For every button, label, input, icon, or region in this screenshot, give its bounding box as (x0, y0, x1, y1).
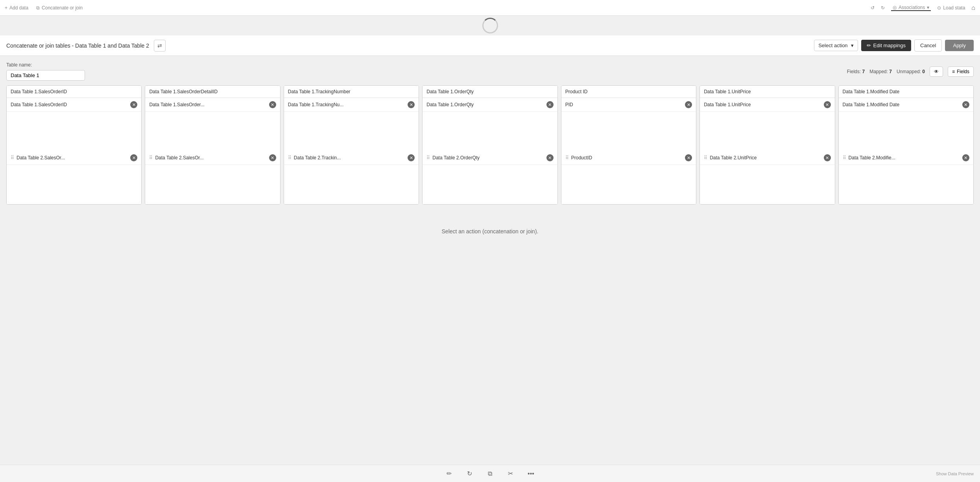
column-row1: PID ✕ (561, 98, 696, 112)
fields-button[interactable]: ≡ Fields (948, 66, 974, 77)
header-right: Select action ▾ ✏ Edit mappings Cancel A… (814, 39, 974, 52)
column-body-top (145, 112, 280, 151)
column-row1: Data Table 1.UnitPrice ✕ (700, 98, 834, 112)
column-row1: Data Table 1.TrackingNu... ✕ (284, 98, 419, 112)
table-name-section: Table name: (6, 62, 85, 81)
column-row1-text: Data Table 1.Modified Date (843, 102, 961, 107)
select-action-dropdown[interactable]: Select action ▾ (814, 40, 858, 51)
column-row2: ⠿ Data Table 2.SalesOr... ✕ (7, 151, 141, 165)
remove-row1-button[interactable]: ✕ (824, 101, 831, 108)
column-body-top (700, 112, 834, 151)
load-stata-button[interactable]: ⊙ Load stata (937, 5, 965, 11)
chevron-down-icon: ▾ (927, 5, 929, 10)
table-name-row: Table name: Fields: 7 Mapped: 7 Unmapped… (6, 62, 974, 81)
add-data-button[interactable]: + Add data (5, 5, 28, 11)
column-card: Data Table 1.TrackingNumber Data Table 1… (284, 85, 419, 205)
list-icon: ≡ (952, 69, 955, 74)
remove-row1-button[interactable]: ✕ (408, 101, 415, 108)
column-row2-text: Data Table 2.OrderQty (432, 155, 544, 161)
column-card: Data Table 1.Modified Date Data Table 1.… (838, 85, 974, 205)
column-card: Data Table 1.SalesOrderID Data Table 1.S… (6, 85, 142, 205)
column-header: Data Table 1.UnitPrice (700, 86, 834, 98)
column-body-top (7, 112, 141, 151)
plus-icon: + (5, 5, 7, 11)
associations-tab[interactable]: ◎ Associations ▾ (891, 5, 931, 11)
column-row2-text: Data Table 2.Trackin... (294, 155, 406, 161)
drag-handle-icon: ⠿ (426, 155, 430, 161)
remove-row2-button[interactable]: ✕ (546, 154, 554, 161)
column-body-bottom (839, 165, 973, 204)
remove-row1-button[interactable]: ✕ (130, 101, 137, 108)
drag-handle-icon: ⠿ (149, 155, 153, 161)
remove-row2-button[interactable]: ✕ (269, 154, 276, 161)
unmapped-label: Unmapped: 0 (897, 69, 925, 74)
column-header: Product ID (561, 86, 696, 98)
remove-row1-button[interactable]: ✕ (269, 101, 276, 108)
remove-row2-button[interactable]: ✕ (130, 154, 137, 161)
concat-icon: ⧉ (36, 5, 40, 11)
loading-spinner-area (0, 16, 980, 35)
column-body-bottom (145, 165, 280, 204)
column-body-bottom (284, 165, 419, 204)
table-name-input[interactable] (6, 70, 85, 81)
column-row1-text: Data Table 1.SalesOrderID (11, 102, 129, 107)
eye-button[interactable]: 👁 (930, 66, 943, 77)
top-nav-right: ↺ ↻ ◎ Associations ▾ ⊙ Load stata ⌂ (871, 4, 975, 11)
drag-handle-icon: ⠿ (11, 155, 14, 161)
swap-button[interactable]: ⇄ (154, 40, 166, 52)
column-card: Data Table 1.SalesOrderDetailID Data Tab… (145, 85, 280, 205)
target-icon: ◎ (893, 5, 897, 10)
column-row2-text: Data Table 2.UnitPrice (710, 155, 822, 161)
swap-icon: ⇄ (157, 42, 162, 49)
load-icon: ⊙ (937, 5, 941, 11)
columns-grid: Data Table 1.SalesOrderID Data Table 1.S… (6, 85, 974, 205)
remove-row2-button[interactable]: ✕ (962, 154, 969, 161)
remove-row1-button[interactable]: ✕ (546, 101, 554, 108)
column-row1: Data Table 1.SalesOrderID ✕ (7, 98, 141, 112)
column-body-bottom (7, 165, 141, 204)
redo-icon: ↻ (881, 5, 885, 11)
column-body-top (284, 112, 419, 151)
mapped-label: Mapped: 7 (869, 69, 892, 74)
remove-row2-button[interactable]: ✕ (408, 154, 415, 161)
column-body-bottom (700, 165, 834, 204)
drag-handle-icon: ⠿ (565, 155, 569, 161)
remove-row2-button[interactable]: ✕ (685, 154, 692, 161)
column-row2: ⠿ Data Table 2.Trackin... ✕ (284, 151, 419, 165)
column-row2-text: Data Table 2.SalesOr... (17, 155, 129, 161)
undo-button[interactable]: ↺ (871, 5, 875, 11)
column-body-top (561, 112, 696, 151)
top-nav: + Add data ⧉ Concatenate or join ↺ ↻ ◎ A… (0, 0, 980, 16)
remove-row1-button[interactable]: ✕ (962, 101, 969, 108)
column-row1-text: Data Table 1.UnitPrice (704, 102, 822, 107)
bottom-message: Select an action (concatenation or join)… (6, 228, 974, 235)
column-row1-text: PID (565, 102, 683, 107)
edit-mappings-button[interactable]: ✏ Edit mappings (861, 40, 911, 51)
home-button[interactable]: ⌂ (971, 4, 975, 11)
cancel-button[interactable]: Cancel (914, 39, 942, 52)
edit-icon: ✏ (867, 42, 871, 48)
remove-row2-button[interactable]: ✕ (824, 154, 831, 161)
table-name-label: Table name: (6, 62, 85, 68)
column-header: Data Table 1.OrderQty (423, 86, 557, 98)
header-bar: Concatenate or join tables - Data Table … (0, 35, 980, 56)
column-row2: ⠿ Data Table 2.SalesOr... ✕ (145, 151, 280, 165)
drag-handle-icon: ⠿ (843, 155, 846, 161)
fields-label: Fields: 7 (847, 69, 865, 74)
column-row1-text: Data Table 1.TrackingNu... (288, 102, 406, 107)
drag-handle-icon: ⠿ (704, 155, 707, 161)
column-body-top (839, 112, 973, 151)
column-row2: ⠿ Data Table 2.UnitPrice ✕ (700, 151, 834, 165)
undo-icon: ↺ (871, 5, 875, 11)
column-header: Data Table 1.Modified Date (839, 86, 973, 98)
redo-button[interactable]: ↻ (881, 5, 885, 11)
loading-spinner (482, 18, 498, 33)
column-body-bottom (423, 165, 557, 204)
apply-button[interactable]: Apply (945, 40, 974, 51)
page-title: Concatenate or join tables - Data Table … (6, 42, 149, 49)
fields-info: Fields: 7 Mapped: 7 Unmapped: 0 👁 ≡ Fiel… (847, 66, 974, 77)
column-body-bottom (561, 165, 696, 204)
column-row1: Data Table 1.OrderQty ✕ (423, 98, 557, 112)
concat-join-button[interactable]: ⧉ Concatenate or join (36, 5, 83, 11)
remove-row1-button[interactable]: ✕ (685, 101, 692, 108)
